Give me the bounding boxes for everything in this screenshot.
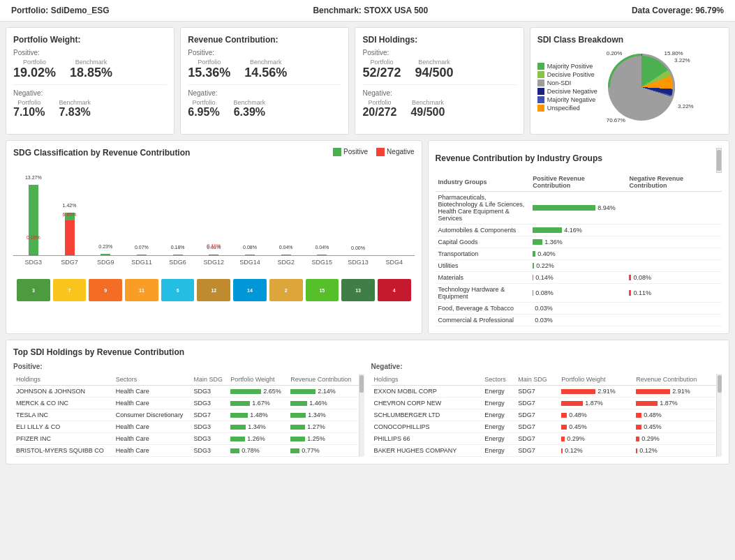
pw-pos-port: Portfolio 19.02% [13, 59, 56, 80]
list-item: CONOCOPHILLIPS Energy SDG7 0.45% 0.45% [371, 421, 717, 433]
revenue-contribution-card: Revenue Contribution: Positive: Portfoli… [180, 27, 349, 135]
pw-neg-port: Portfolio 7.10% [13, 99, 45, 119]
scrollbar-pos-holdings[interactable] [359, 374, 364, 457]
sdi-holdings-card: SDI Holdings: Positive: Portfolio 52/272… [355, 27, 524, 135]
middle-row: SDG Classification by Revenue Contributi… [6, 140, 729, 334]
col-industry: Industry Groups [436, 173, 530, 192]
rev-industry-title: Revenue Contribution by Industry Groups [436, 153, 602, 163]
main-content: Portfolio Weight: Positive: Portfolio 19… [0, 22, 735, 470]
list-item: SCHLUMBERGER LTD Energy SDG7 0.48% 0.48% [371, 409, 717, 421]
sdg-chart-card: SDG Classification by Revenue Contributi… [6, 140, 422, 334]
sdg9-col: 0.23% [89, 254, 122, 255]
table-row: Automobiles & Components [436, 225, 530, 236]
list-item: MERCK & CO INC Health Care SDG3 1.67% 1.… [13, 398, 359, 409]
col-neg-rev: Negative Revenue Contribution [626, 173, 722, 192]
scrollbar-rev [716, 148, 722, 173]
pw-title: Portfolio Weight: [13, 35, 167, 45]
top-row: Portfolio Weight: Positive: Portfolio 19… [6, 27, 729, 135]
neg-holdings-label: Negative: [371, 363, 722, 370]
sdi-title: SDI Holdings: [362, 35, 516, 45]
sdg3-col: 13.27% 0.16% [17, 185, 50, 255]
pw-neg-row: Portfolio 7.10% Benchmark 7.83% [13, 99, 167, 119]
list-item: PHILLIPS 66 Energy SDG7 0.29% 0.29% [371, 433, 717, 445]
table-row: Food, Beverage & Tobacco [436, 303, 530, 315]
table-row: Utilities [436, 260, 530, 272]
list-item: BAKER HUGHES COMPANY Energy SDG7 0.12% 0… [371, 445, 717, 457]
table-row: Transportation [436, 248, 530, 260]
pw-neg-bench: Benchmark 7.83% [59, 99, 91, 119]
sdg6-col: 0.18% [161, 255, 195, 255]
table-row: Pharmaceuticals, Biotechnology & Life Sc… [436, 192, 530, 225]
list-item: PFIZER INC Health Care SDG3 1.26% 1.25% [13, 433, 359, 445]
revenue-industry-card: Revenue Contribution by Industry Groups … [428, 140, 729, 334]
pw-pos-bench: Benchmark 18.85% [70, 59, 112, 80]
list-item: EXXON MOBIL CORP Energy SDG7 2.91% 2.91% [371, 386, 717, 398]
rc-pos-row: Portfolio 15.36% Benchmark 14.56% [188, 59, 341, 80]
pie-chart: 15.80% 3.22% 3.22% 70.67% 0.20% [603, 49, 680, 127]
portfolio-weight-card: Portfolio Weight: Positive: Portfolio 19… [6, 27, 175, 135]
sdg-icons-row: 3 7 9 11 6 12 14 2 15 13 4 [13, 279, 415, 301]
pos-holdings-label: Positive: [13, 363, 364, 370]
sdg-bars-container: 13.27% 0.16% 1.42% 6.65% 0.23% [13, 165, 415, 277]
rc-neg-label: Negative: [188, 89, 341, 97]
sdg7-col: 1.42% 6.65% [53, 213, 87, 255]
list-item: BRISTOL-MYERS SQUIBB CO Health Care SDG3… [13, 445, 359, 457]
holdings-title: Top SDI Holdings by Revenue Contribution [13, 347, 722, 357]
holdings-split: Positive: Holdings Sectors Main SDG Port… [13, 363, 722, 457]
positive-holdings-table: Holdings Sectors Main SDG Portfolio Weig… [13, 374, 359, 457]
pw-pos-row: Portfolio 19.02% Benchmark 18.85% [13, 59, 167, 80]
table-row: Capital Goods [436, 236, 530, 248]
sdg12-col: 0.01% 0.11% [197, 255, 230, 255]
table-row: Materials [436, 272, 530, 284]
table-row: Technology Hardware & Equipment [436, 284, 530, 303]
portfolio-label: Portfolio: SdiDemo_ESG [11, 6, 110, 15]
list-item: JOHNSON & JOHNSON Health Care SDG3 2.65%… [13, 386, 359, 398]
list-item: CHEVRON CORP NEW Energy SDG7 1.87% 1.87% [371, 398, 717, 409]
bottom-row-card: Top SDI Holdings by Revenue Contribution… [6, 340, 729, 464]
sdg-chart-title: SDG Classification by Revenue Contributi… [13, 148, 190, 158]
coverage-label: Data Coverage: 96.79% [632, 6, 724, 15]
rc-pos-label: Positive: [188, 49, 341, 56]
sdg11-col: 0.07% [125, 255, 158, 255]
sdi-class-card: SDI Class Breakdown Majority Positive De… [530, 27, 729, 135]
rc-title: Revenue Contribution: [188, 35, 341, 45]
negative-holdings-section: Negative: Holdings Sectors Main SDG Port… [371, 363, 722, 457]
sdi-neg-label: Negative: [362, 89, 516, 97]
sdg15-col: 0.04% [306, 255, 339, 255]
pw-pos-label: Positive: [13, 49, 167, 56]
sdi-pos-label: Positive: [362, 49, 516, 56]
rev-industry-table: Industry Groups Positive Revenue Contrib… [436, 173, 722, 326]
pie-visual [610, 56, 673, 119]
pie-legend: Majority Positive Decisive Positive Non-… [537, 63, 597, 113]
sdg14-col: 0.08% [233, 255, 267, 255]
pw-neg-label: Negative: [13, 89, 167, 97]
benchmark-label: Benchmark: STOXX USA 500 [313, 6, 428, 15]
scrollbar-neg-holdings[interactable] [716, 374, 722, 457]
legend-majority-pos [537, 63, 544, 70]
list-item: TESLA INC Consumer Discretionary SDG7 1.… [13, 409, 359, 421]
positive-holdings-section: Positive: Holdings Sectors Main SDG Port… [13, 363, 364, 457]
table-row: Commercial & Professional [436, 315, 530, 326]
top-bar: Portfolio: SdiDemo_ESG Benchmark: STOXX … [0, 0, 735, 22]
list-item: ELI LILLY & CO Health Care SDG3 1.34% 1.… [13, 421, 359, 433]
sdg2-col: 0.04% [269, 255, 303, 255]
sdi-class-title: SDI Class Breakdown [537, 35, 722, 45]
col-pos-rev: Positive Revenue Contribution [530, 173, 626, 192]
negative-holdings-table: Holdings Sectors Main SDG Portfolio Weig… [371, 374, 717, 457]
